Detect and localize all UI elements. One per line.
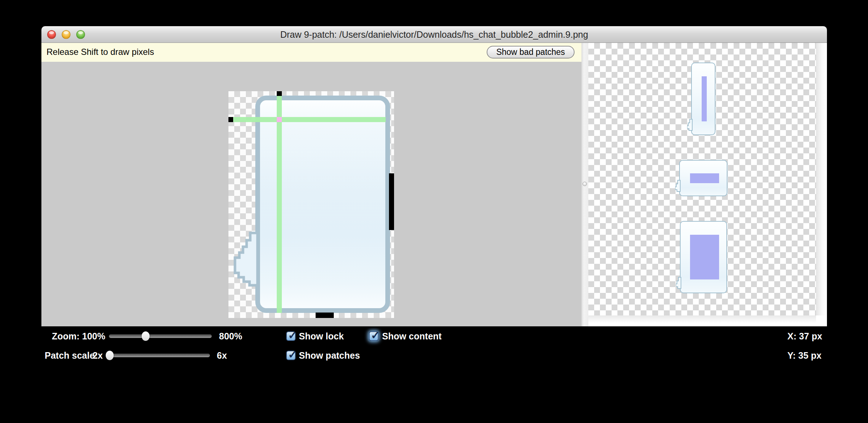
content-area-overlay: [690, 235, 719, 279]
horizontal-scrollbar[interactable]: [588, 315, 816, 326]
screen: Draw 9-patch: /Users/danielvictor/Downlo…: [0, 0, 868, 423]
status-message: Release Shift to draw pixels: [46, 47, 154, 57]
zoom-slider-label: Zoom: 100%: [36, 331, 105, 342]
checkmark-icon: ✓: [371, 329, 380, 342]
cursor-x-readout: X: 37 px: [787, 331, 822, 342]
show-bad-patches-button[interactable]: Show bad patches: [487, 46, 575, 59]
show-content-label[interactable]: Show content: [382, 331, 442, 342]
zoom-slider-thumb[interactable]: [142, 331, 150, 341]
show-content-checkbox[interactable]: ✓: [369, 331, 378, 341]
stretch-line-vertical: [277, 96, 282, 313]
patch-scale-value: 2x: [93, 350, 103, 361]
scrollbar-corner: [816, 315, 827, 326]
padding-mark-bottom: [316, 313, 334, 318]
status-bar: Release Shift to draw pixels Show bad pa…: [41, 43, 581, 62]
maximize-button-icon[interactable]: [76, 30, 85, 39]
patch-mark-left: [228, 117, 233, 122]
preview-stretched-vertical: [691, 63, 715, 135]
lock-intersection-marker: [277, 117, 282, 122]
preview-stretched-both: [680, 221, 727, 293]
splitter-handle-icon[interactable]: [583, 182, 587, 186]
window-title: Draw 9-patch: /Users/danielvictor/Downlo…: [41, 26, 827, 43]
patch-scale-max-label: 6x: [217, 350, 227, 361]
show-lock-label[interactable]: Show lock: [299, 331, 344, 342]
editor-canvas[interactable]: [41, 62, 581, 326]
zoom-slider[interactable]: [109, 334, 212, 338]
cursor-y-readout: Y: 35 px: [787, 350, 822, 361]
show-patches-label[interactable]: Show patches: [299, 350, 360, 361]
content-area-overlay: [690, 173, 719, 183]
show-patches-checkbox[interactable]: ✓: [286, 351, 296, 360]
show-lock-checkbox[interactable]: ✓: [286, 331, 296, 341]
window-titlebar[interactable]: Draw 9-patch: /Users/danielvictor/Downlo…: [41, 26, 827, 43]
ninepatch-image-area[interactable]: [228, 91, 394, 318]
patch-scale-label: Patch scale:: [45, 350, 98, 361]
preview-stretched-horizontal: [679, 160, 727, 196]
content-area-overlay: [702, 76, 707, 121]
preview-tail-icon: [687, 118, 693, 132]
preview-tail-icon: [676, 277, 681, 290]
checkmark-icon: ✓: [288, 329, 297, 342]
vertical-scrollbar[interactable]: [816, 43, 827, 315]
patch-mark-top: [277, 91, 282, 96]
patch-scale-slider-thumb[interactable]: [106, 351, 114, 360]
chat-bubble-tail: [230, 230, 260, 293]
padding-mark-right: [389, 173, 394, 230]
minimize-button-icon[interactable]: [62, 30, 70, 39]
chat-bubble-graphic: [255, 96, 390, 313]
patch-scale-slider[interactable]: [107, 354, 210, 357]
close-button-icon[interactable]: [47, 30, 56, 39]
zoom-max-label: 800%: [219, 331, 242, 342]
checkmark-icon: ✓: [288, 348, 297, 361]
pane-splitter[interactable]: [581, 43, 588, 326]
preview-panel: [588, 43, 827, 326]
stretch-line-horizontal: [233, 117, 386, 122]
preview-tail-icon: [675, 180, 681, 193]
